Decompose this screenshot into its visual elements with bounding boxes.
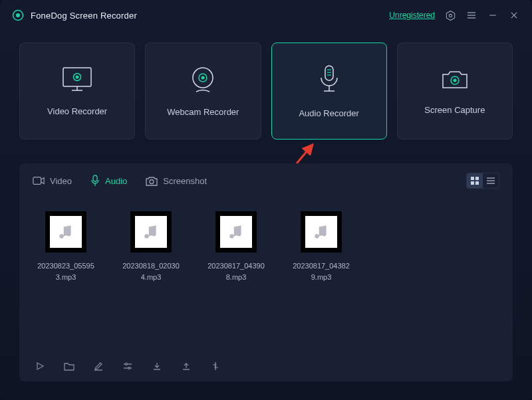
mode-label: Screen Capture: [424, 105, 485, 115]
view-toggle: [466, 173, 499, 189]
app-window: FoneDog Screen Recorder Unregistered: [0, 0, 532, 400]
svg-point-1: [16, 13, 20, 17]
list-view-icon[interactable]: [483, 173, 499, 188]
svg-rect-18: [325, 66, 333, 80]
download-icon[interactable]: [151, 360, 163, 372]
file-item[interactable]: 20230818_020304.mp3: [120, 211, 182, 282]
microphone-icon: [317, 64, 341, 95]
minimize-icon[interactable]: [487, 9, 499, 21]
svg-rect-31: [471, 177, 474, 180]
convert-icon[interactable]: [209, 360, 221, 372]
mode-label: Webcam Recorder: [167, 107, 239, 117]
webcam-icon: [189, 66, 217, 94]
music-note-icon: [142, 223, 160, 241]
app-title: FoneDog Screen Recorder: [31, 11, 137, 21]
file-thumbnail: [301, 211, 342, 252]
grid-view-icon[interactable]: [467, 173, 483, 188]
svg-point-39: [126, 363, 128, 365]
play-icon[interactable]: [34, 360, 46, 372]
file-item[interactable]: 20230817_043908.mp3: [205, 211, 267, 282]
unregistered-link[interactable]: Unregistered: [389, 11, 435, 20]
sliders-icon[interactable]: [122, 360, 134, 372]
svg-rect-32: [475, 177, 479, 180]
trash-icon[interactable]: [239, 360, 251, 372]
music-note-icon: [57, 223, 74, 241]
records-panel: Video Audio Screenshot: [19, 163, 513, 381]
mode-label: Audio Recorder: [299, 108, 358, 118]
upload-icon[interactable]: [180, 360, 192, 372]
tab-label: Screenshot: [163, 176, 207, 186]
mode-label: Video Recorder: [47, 106, 107, 116]
svg-point-17: [201, 76, 205, 79]
svg-point-41: [128, 367, 130, 369]
svg-marker-2: [446, 11, 454, 20]
tab-video[interactable]: Video: [33, 176, 72, 186]
mode-cards: Video Recorder Webcam Recorder: [0, 31, 532, 140]
close-icon[interactable]: [508, 9, 520, 21]
mode-video-recorder[interactable]: Video Recorder: [19, 43, 135, 140]
bottom-toolbar: [19, 360, 513, 381]
file-name: 20230823_055953.mp3: [35, 260, 96, 282]
file-name: 20230818_020304.mp3: [120, 260, 182, 282]
file-name: 20230817_043829.mp3: [291, 260, 352, 282]
file-grid: 20230823_055953.mp3 20230818_020304.mp3 …: [19, 194, 513, 282]
camera-icon: [440, 68, 469, 92]
tab-label: Video: [50, 176, 72, 186]
file-thumbnail: [215, 211, 257, 252]
svg-rect-28: [93, 175, 97, 181]
file-thumbnail: [130, 211, 172, 252]
music-note-icon: [313, 223, 330, 241]
svg-rect-27: [33, 177, 41, 185]
tab-label: Audio: [105, 176, 127, 186]
mode-audio-recorder[interactable]: Audio Recorder: [271, 43, 387, 140]
tabs: Video Audio Screenshot: [19, 163, 513, 194]
mode-webcam-recorder[interactable]: Webcam Recorder: [145, 43, 261, 140]
mode-screen-capture[interactable]: Screen Capture: [397, 43, 513, 140]
folder-icon[interactable]: [63, 360, 75, 372]
svg-point-30: [150, 179, 154, 183]
tab-audio[interactable]: Audio: [90, 175, 127, 187]
svg-point-14: [76, 75, 79, 78]
music-note-icon: [227, 223, 245, 241]
menu-icon[interactable]: [466, 9, 477, 21]
logo-icon: [12, 9, 24, 21]
file-thumbnail: [45, 211, 86, 252]
svg-rect-34: [475, 181, 479, 185]
svg-rect-33: [471, 181, 474, 185]
svg-point-3: [449, 14, 452, 17]
tab-screenshot[interactable]: Screenshot: [146, 176, 207, 186]
file-item[interactable]: 20230817_043829.mp3: [291, 211, 352, 282]
app-logo: FoneDog Screen Recorder: [12, 9, 137, 21]
svg-line-26: [297, 146, 311, 163]
edit-icon[interactable]: [92, 360, 104, 372]
titlebar: FoneDog Screen Recorder Unregistered: [0, 0, 532, 31]
settings-icon[interactable]: [444, 9, 456, 21]
file-name: 20230817_043908.mp3: [205, 260, 267, 282]
svg-point-25: [453, 78, 456, 82]
monitor-icon: [62, 66, 92, 93]
file-item[interactable]: 20230823_055953.mp3: [35, 211, 96, 282]
